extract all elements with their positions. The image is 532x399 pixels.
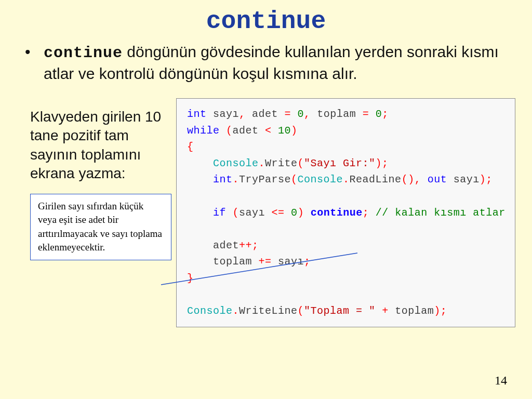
code-block: int sayı, adet = 0, toplam = 0; while (a… bbox=[176, 98, 515, 327]
bullet-keyword: continue bbox=[44, 44, 123, 62]
callout-note: Girilen sayı sıfırdan küçük veya eşit is… bbox=[30, 194, 171, 260]
example-description: Klavyeden girilen 10 tane pozitif tam sa… bbox=[30, 108, 174, 183]
slide-title: continue bbox=[21, 7, 511, 35]
main-bullet-list: continue döngünün gövdesinde kullanılan … bbox=[21, 42, 511, 84]
continue-keyword: continue bbox=[311, 207, 363, 219]
bullet-item: continue döngünün gövdesinde kullanılan … bbox=[44, 42, 511, 84]
page-number: 14 bbox=[495, 374, 507, 388]
